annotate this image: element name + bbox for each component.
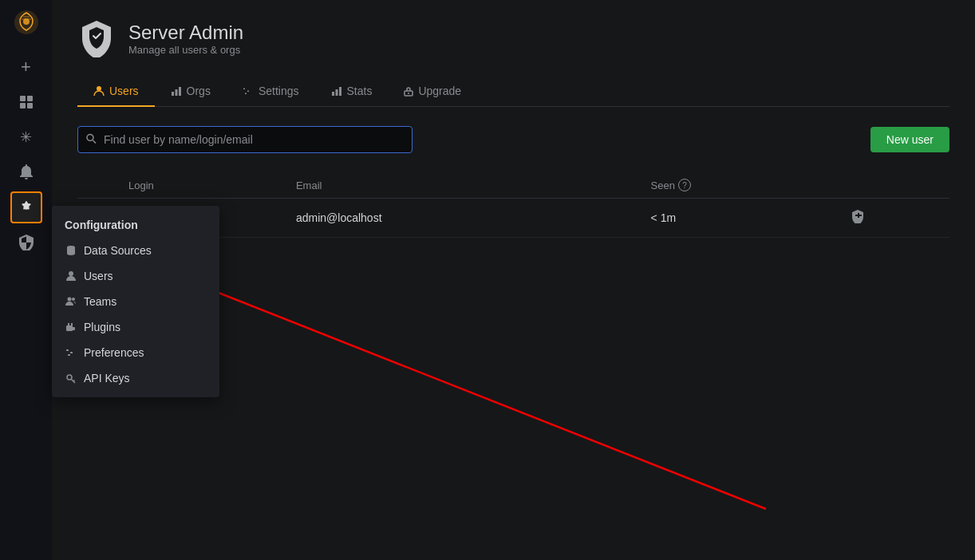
page-header: Server Admin Manage all users & orgs Use… xyxy=(52,0,975,107)
new-user-button[interactable]: New user xyxy=(870,127,949,152)
sidebar-grid-icon[interactable] xyxy=(10,86,42,118)
svg-rect-3 xyxy=(20,96,26,101)
col-email-header: Email xyxy=(286,172,641,199)
svg-rect-15 xyxy=(70,352,73,353)
sidebar-star-icon[interactable]: ✳ xyxy=(10,121,42,153)
config-item-data-sources-label: Data Sources xyxy=(84,244,152,257)
tab-settings[interactable]: Settings xyxy=(227,77,315,107)
plugin-icon xyxy=(65,321,77,333)
svg-point-29 xyxy=(408,93,409,94)
config-dropdown: Configuration Data Sources Users xyxy=(52,206,219,397)
sidebar: + ✳ Configuration xyxy=(0,0,52,560)
svg-point-18 xyxy=(97,86,101,91)
svg-point-9 xyxy=(68,298,72,302)
user-seen-cell: < 1m xyxy=(641,199,842,238)
col-seen-header: Seen ? xyxy=(641,172,842,199)
col-actions-header xyxy=(842,172,949,199)
svg-point-8 xyxy=(69,271,73,276)
sidebar-bell-icon[interactable] xyxy=(10,156,42,188)
preferences-icon xyxy=(65,346,77,359)
search-icon xyxy=(85,133,97,147)
svg-rect-12 xyxy=(68,323,69,325)
svg-rect-21 xyxy=(179,87,181,96)
config-item-preferences[interactable]: Preferences xyxy=(52,340,219,365)
svg-rect-27 xyxy=(339,87,341,96)
key-icon xyxy=(65,372,77,385)
page-title-text: Server Admin Manage all users & orgs xyxy=(128,22,243,56)
config-item-plugins-label: Plugins xyxy=(84,321,120,333)
config-item-api-keys-label: API Keys xyxy=(84,372,130,385)
teams-icon xyxy=(65,295,77,308)
tab-users[interactable]: Users xyxy=(77,77,155,107)
tab-upgrade[interactable]: Upgrade xyxy=(388,77,477,107)
database-icon xyxy=(65,244,77,257)
svg-point-10 xyxy=(72,298,75,301)
svg-rect-13 xyxy=(71,323,73,325)
config-item-data-sources[interactable]: Data Sources xyxy=(52,238,219,263)
svg-rect-16 xyxy=(68,354,70,356)
tab-orgs[interactable]: Orgs xyxy=(155,77,227,107)
svg-rect-26 xyxy=(335,89,338,96)
search-row: New user xyxy=(77,126,949,153)
config-item-teams-label: Teams xyxy=(84,295,116,308)
col-login-header: Login xyxy=(119,172,286,199)
svg-point-30 xyxy=(87,135,93,141)
search-input[interactable] xyxy=(77,126,412,153)
server-admin-logo xyxy=(77,19,116,57)
config-item-plugins[interactable]: Plugins xyxy=(52,314,219,340)
svg-rect-11 xyxy=(66,325,73,331)
tabs: Users Orgs Settings xyxy=(77,77,949,107)
svg-rect-25 xyxy=(332,92,334,96)
svg-rect-14 xyxy=(66,349,69,351)
tab-stats[interactable]: Stats xyxy=(315,77,389,107)
svg-rect-5 xyxy=(20,103,26,108)
svg-rect-24 xyxy=(245,93,247,95)
sidebar-gear-icon[interactable] xyxy=(10,191,42,223)
search-wrapper xyxy=(77,126,412,153)
svg-point-17 xyxy=(67,375,72,380)
svg-rect-19 xyxy=(172,92,174,96)
sidebar-add-icon[interactable]: + xyxy=(10,51,42,83)
svg-rect-20 xyxy=(175,89,177,96)
svg-rect-23 xyxy=(247,91,249,93)
page-title-row: Server Admin Manage all users & orgs xyxy=(77,19,949,57)
page-subtitle: Manage all users & orgs xyxy=(128,44,243,56)
config-title: Configuration xyxy=(52,212,219,238)
svg-rect-22 xyxy=(243,89,245,90)
config-item-teams[interactable]: Teams xyxy=(52,289,219,314)
user-icon xyxy=(65,270,77,282)
page-title: Server Admin xyxy=(128,22,243,44)
user-email-cell: admin@localhost xyxy=(286,199,641,238)
col-avatar-header xyxy=(77,172,119,199)
seen-info-icon[interactable]: ? xyxy=(678,179,691,191)
user-shield-cell xyxy=(842,199,949,238)
config-item-users-label: Users xyxy=(84,270,113,282)
svg-rect-4 xyxy=(27,96,33,101)
config-item-preferences-label: Preferences xyxy=(84,346,144,359)
config-item-users[interactable]: Users xyxy=(52,263,219,289)
svg-rect-6 xyxy=(27,103,33,108)
sidebar-shield-icon[interactable] xyxy=(10,227,42,258)
app-logo[interactable] xyxy=(10,6,42,38)
config-item-api-keys[interactable]: API Keys xyxy=(52,365,219,391)
